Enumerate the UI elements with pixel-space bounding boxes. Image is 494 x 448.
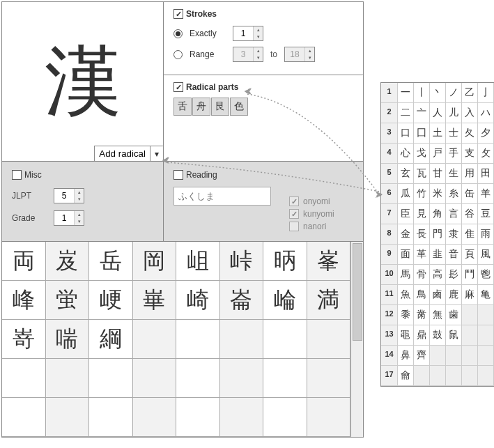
result-cell[interactable]: 両 — [2, 242, 46, 281]
range-from-spinner[interactable]: ▴▾ — [233, 47, 263, 62]
radical-cell[interactable]: 風 — [478, 245, 494, 264]
range-to-spinner[interactable]: ▴▾ — [284, 47, 315, 62]
nanori-checkbox[interactable] — [289, 222, 299, 231]
result-cell[interactable]: 岨 — [176, 242, 220, 281]
spinner-arrows-icon[interactable]: ▴▾ — [253, 47, 263, 61]
add-radical-button[interactable]: Add radical — [95, 146, 150, 161]
radical-cell[interactable]: 士 — [446, 123, 462, 143]
radical-cell[interactable]: 門 — [430, 224, 446, 244]
radical-cell[interactable]: 乙 — [462, 83, 478, 102]
radical-cell[interactable]: 鼠 — [446, 325, 462, 345]
result-cell[interactable]: 崙 — [220, 281, 264, 320]
radical-cell[interactable]: 夂 — [462, 123, 478, 143]
radical-cell[interactable]: 瓦 — [414, 164, 430, 183]
radical-cell[interactable]: 人 — [430, 103, 446, 123]
radical-cell[interactable]: 麻 — [462, 285, 478, 304]
radical-cell[interactable]: 金 — [398, 224, 414, 244]
radical-cell[interactable]: 口 — [398, 123, 414, 143]
reading-checkbox[interactable] — [173, 170, 183, 180]
add-radical-dropdown[interactable]: Add radical ▾ — [94, 146, 164, 162]
radical-cell[interactable]: 面 — [398, 245, 414, 264]
result-cell[interactable]: 岡 — [133, 242, 177, 281]
radical-cell[interactable]: 鹵 — [430, 285, 446, 304]
radical-cell[interactable]: 韭 — [430, 245, 446, 264]
misc-checkbox[interactable] — [12, 170, 22, 180]
kunyomi-checkbox[interactable] — [289, 209, 299, 219]
spinner-arrows-icon[interactable]: ▴▾ — [74, 211, 84, 225]
radical-cell[interactable]: 鼓 — [430, 325, 446, 345]
radical-cell[interactable]: 隶 — [446, 224, 462, 244]
radical-cell[interactable]: 羊 — [478, 184, 494, 203]
radical-cell[interactable]: 鬥 — [462, 265, 478, 284]
radical-cell[interactable]: 生 — [446, 164, 462, 183]
radical-cell[interactable]: 雨 — [478, 224, 494, 244]
radical-cell[interactable]: 鬯 — [478, 265, 494, 284]
radical-cell[interactable]: 谷 — [462, 204, 478, 224]
strokes-checkbox[interactable] — [173, 9, 183, 19]
radical-cell[interactable]: 無 — [430, 305, 446, 325]
radical-cell[interactable]: 缶 — [462, 184, 478, 203]
scrollbar[interactable] — [350, 242, 363, 437]
radical-cell[interactable]: 亠 — [414, 103, 430, 123]
radical-cell[interactable]: 黍 — [398, 305, 414, 325]
radical-cell[interactable]: 支 — [462, 144, 478, 163]
radical-cell[interactable]: 鼻 — [398, 346, 414, 365]
radical-cell[interactable]: 入 — [462, 103, 478, 123]
result-cell[interactable]: 満 — [307, 281, 351, 320]
result-cell[interactable]: 嵜 — [2, 320, 46, 359]
range-to-input[interactable] — [285, 47, 304, 61]
grade-spinner[interactable]: ▴▾ — [54, 210, 84, 226]
radical-cell[interactable]: 土 — [430, 123, 446, 143]
radical-cell[interactable]: 亀 — [478, 285, 494, 304]
radical-cell[interactable]: 丶 — [430, 83, 446, 102]
radical-cell[interactable]: ノ — [446, 83, 462, 102]
radical-cell[interactable]: 鹿 — [446, 285, 462, 304]
result-cell[interactable]: 蛍 — [46, 281, 90, 320]
result-cell[interactable]: 崘 — [263, 281, 307, 320]
radical-cell[interactable]: 見 — [414, 204, 430, 224]
result-cell[interactable]: 峠 — [220, 242, 264, 281]
jlpt-input[interactable] — [54, 189, 74, 203]
radical-cell[interactable]: 鼎 — [414, 325, 430, 345]
spinner-arrows-icon[interactable]: ▴▾ — [304, 47, 314, 61]
exactly-input[interactable] — [233, 26, 253, 40]
onyomi-checkbox[interactable] — [289, 196, 299, 206]
jlpt-spinner[interactable]: ▴▾ — [54, 188, 84, 203]
result-cell[interactable]: 崎 — [176, 281, 220, 320]
part-cell[interactable]: 色 — [230, 98, 248, 116]
exactly-spinner[interactable]: ▴▾ — [233, 26, 263, 41]
result-cell[interactable]: 岌 — [46, 242, 90, 281]
radical-cell[interactable]: 玄 — [398, 164, 414, 183]
radical-cell[interactable]: 角 — [430, 204, 446, 224]
radical-cell[interactable]: 音 — [446, 245, 462, 264]
range-from-input[interactable] — [233, 47, 253, 61]
part-cell[interactable]: 舌 — [173, 98, 192, 116]
range-radio[interactable] — [173, 50, 183, 59]
radical-cell[interactable]: 戈 — [414, 144, 430, 163]
radical-cell[interactable]: 攵 — [478, 144, 494, 163]
result-cell[interactable]: 峰 — [2, 281, 46, 320]
radical-cell[interactable]: 一 — [398, 83, 414, 102]
radical-cell[interactable]: 馬 — [398, 265, 414, 284]
radical-cell[interactable]: 鳥 — [414, 285, 430, 304]
radical-cell[interactable]: 手 — [446, 144, 462, 163]
radical-cell[interactable]: 黹 — [414, 305, 430, 325]
radical-cell[interactable]: 瓜 — [398, 184, 414, 203]
radical-cell[interactable]: 豆 — [478, 204, 494, 224]
radical-cell[interactable]: 儿 — [446, 103, 462, 123]
radical-cell[interactable]: 龠 — [398, 366, 414, 385]
radical-cell[interactable]: 戸 — [430, 144, 446, 163]
radical-cell[interactable]: 夕 — [478, 123, 494, 143]
radical-cell[interactable]: 囗 — [414, 123, 430, 143]
radical-cell[interactable]: 髟 — [446, 265, 462, 284]
radical-cell[interactable]: 骨 — [414, 265, 430, 284]
radical-parts-checkbox[interactable] — [173, 82, 183, 92]
radical-cell[interactable]: 齊 — [414, 346, 430, 365]
result-cell[interactable]: 喘 — [46, 320, 90, 359]
radical-cell[interactable]: 心 — [398, 144, 414, 163]
part-cell[interactable]: 艮 — [211, 98, 229, 116]
result-cell[interactable]: 峺 — [89, 281, 133, 320]
radical-cell[interactable]: 田 — [478, 164, 494, 183]
spinner-arrows-icon[interactable]: ▴▾ — [74, 189, 84, 203]
radical-cell[interactable]: 亅 — [478, 83, 494, 102]
